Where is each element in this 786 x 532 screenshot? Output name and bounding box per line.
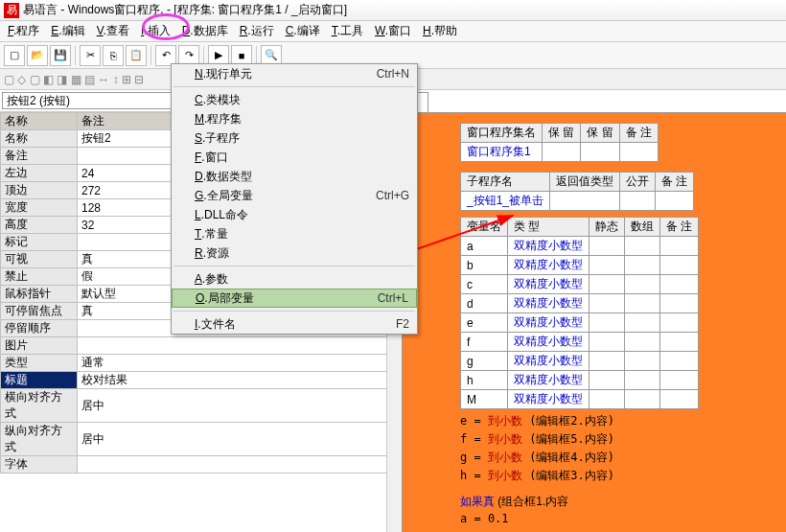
- menu-e[interactable]: E.编辑: [45, 21, 90, 41]
- prop-row[interactable]: 纵向对齐方式居中: [1, 423, 402, 456]
- code-line-assign: a = 0.1: [460, 512, 776, 525]
- new-file-icon[interactable]: ▢: [4, 45, 25, 66]
- menu-item-o[interactable]: O.局部变量Ctrl+L: [172, 289, 417, 308]
- menu-t[interactable]: T.工具: [326, 21, 369, 41]
- prop-row[interactable]: 字体: [1, 456, 402, 474]
- menu-item-s[interactable]: S.子程序: [172, 128, 417, 148]
- open-file-icon[interactable]: 📂: [27, 45, 48, 66]
- code-panel: 窗口程序集名保 留保 留备 注 窗口程序集1 子程序名返回值类型公开备 注 _按…: [403, 90, 786, 532]
- menu-f[interactable]: F.程序: [2, 21, 45, 41]
- var-row[interactable]: h双精度小数型: [461, 371, 699, 390]
- paste-icon[interactable]: 📋: [126, 45, 147, 66]
- cut-icon[interactable]: ✂: [80, 45, 101, 66]
- menu-item-t[interactable]: T.常量: [172, 224, 417, 243]
- prop-header-name: 名称: [1, 113, 78, 130]
- prop-row[interactable]: 标题校对结果: [1, 372, 402, 389]
- var-row[interactable]: a双精度小数型: [461, 237, 699, 256]
- var-row[interactable]: f双精度小数型: [461, 333, 699, 352]
- toolbar2-icons: ▢ ◇ ▢ ◧ ◨ ▦ ▤ ↔ ↕ ⊞ ⊟: [4, 73, 144, 86]
- menu-item-n[interactable]: N.现行单元Ctrl+N: [172, 64, 417, 83]
- menu-w[interactable]: W.窗口: [369, 21, 417, 41]
- menu-v[interactable]: V.查看: [91, 21, 135, 41]
- var-row[interactable]: c双精度小数型: [461, 275, 699, 294]
- insert-menu-dropdown: N.现行单元Ctrl+NC.类模块M.程序集S.子程序F.窗口D.数据类型G.全…: [171, 63, 418, 335]
- prop-row[interactable]: 类型通常: [1, 355, 402, 372]
- module-table: 窗口程序集名保 留保 留备 注 窗口程序集1: [460, 123, 659, 162]
- var-row[interactable]: e双精度小数型: [461, 313, 699, 333]
- code-line: g = 到小数 (编辑框4.内容): [460, 450, 776, 466]
- tab-strip: [403, 90, 786, 113]
- window-title: 易语言 - Windows窗口程序. - [程序集: 窗口程序集1 / _启动窗…: [23, 2, 347, 18]
- code-line-if: 如果真 (组合框1.内容: [460, 494, 776, 510]
- menu-c[interactable]: C.编译: [280, 21, 326, 41]
- variables-table: 变量名类 型静态数组备 注 a双精度小数型b双精度小数型c双精度小数型d双精度小…: [460, 217, 699, 409]
- menu-r[interactable]: R.运行: [234, 21, 280, 41]
- menu-item-a[interactable]: A.参数: [172, 269, 417, 289]
- menu-i[interactable]: I.插入: [135, 21, 176, 41]
- var-row[interactable]: b双精度小数型: [461, 256, 699, 275]
- var-row[interactable]: M双精度小数型: [461, 390, 699, 409]
- menu-item-d[interactable]: D.数据类型: [172, 167, 417, 186]
- menu-item-c[interactable]: C.类模块: [172, 90, 417, 109]
- var-row[interactable]: d双精度小数型: [461, 294, 699, 313]
- menu-item-g[interactable]: G.全局变量Ctrl+G: [172, 186, 417, 205]
- menu-item-f[interactable]: F.窗口: [172, 148, 417, 167]
- title-bar: 易 易语言 - Windows窗口程序. - [程序集: 窗口程序集1 / _启…: [0, 0, 786, 21]
- prop-row[interactable]: 图片: [1, 337, 402, 355]
- menu-d[interactable]: D.数据库: [176, 21, 234, 41]
- menu-item-m[interactable]: M.程序集: [172, 109, 417, 128]
- menu-h[interactable]: H.帮助: [417, 21, 463, 41]
- subroutine-table: 子程序名返回值类型公开备 注 _按钮1_被单击: [460, 172, 694, 211]
- code-line: e = 到小数 (编辑框2.内容): [460, 413, 776, 429]
- copy-icon[interactable]: ⎘: [103, 45, 124, 66]
- code-area: 窗口程序集名保 留保 留备 注 窗口程序集1 子程序名返回值类型公开备 注 _按…: [403, 113, 786, 532]
- menu-item-i[interactable]: I.文件名F2: [172, 314, 417, 334]
- code-line: h = 到小数 (编辑框3.内容): [460, 468, 776, 484]
- var-row[interactable]: g双精度小数型: [461, 352, 699, 371]
- menu-item-r[interactable]: R.资源: [172, 243, 417, 263]
- menu-bar: F.程序E.编辑V.查看I.插入D.数据库R.运行C.编译T.工具W.窗口H.帮…: [0, 21, 786, 42]
- save-icon[interactable]: 💾: [50, 45, 71, 66]
- app-logo-icon: 易: [4, 3, 19, 18]
- menu-item-l[interactable]: L.DLL命令: [172, 205, 417, 224]
- code-line: f = 到小数 (编辑框5.内容): [460, 431, 776, 448]
- prop-row[interactable]: 横向对齐方式居中: [1, 389, 402, 423]
